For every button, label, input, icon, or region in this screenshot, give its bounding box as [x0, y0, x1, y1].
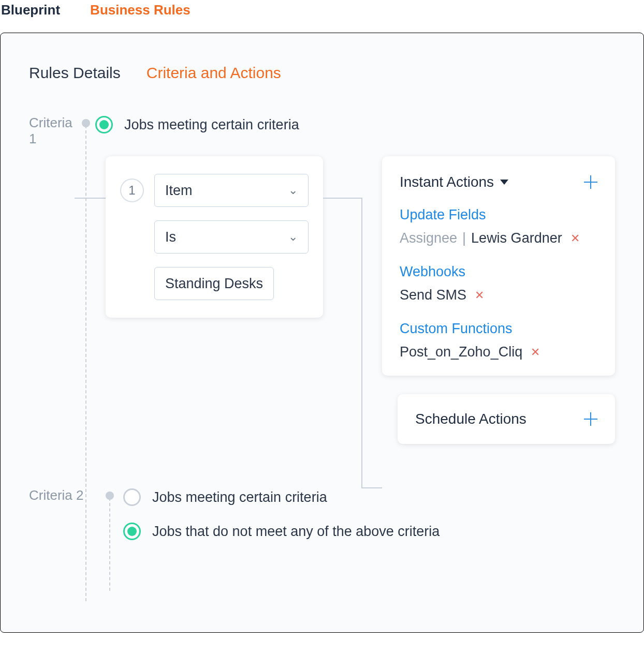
- criteria-2-option-1[interactable]: Jobs meeting certain criteria: [123, 486, 615, 508]
- rules-panel: Rules Details Criteria and Actions Crite…: [0, 33, 644, 633]
- instant-actions-toggle[interactable]: Instant Actions: [400, 174, 508, 190]
- tab-criteria-and-actions[interactable]: Criteria and Actions: [147, 64, 281, 82]
- custom-functions-row: Post_on_Zoho_Cliq ✕: [400, 344, 597, 360]
- instant-actions-title: Instant Actions: [400, 174, 494, 190]
- criteria-1-flow: 1 Item ⌄ Is ⌄: [75, 156, 615, 465]
- criteria-2-row: Criteria 2 Jobs meeting certain criteria…: [29, 485, 615, 552]
- update-fields-row: Assignee | Lewis Gardner ✕: [400, 230, 597, 246]
- remove-webhook-button[interactable]: ✕: [475, 289, 484, 302]
- timeline: [76, 113, 95, 127]
- schedule-actions-title: Schedule Actions: [415, 411, 526, 427]
- update-fields-label: Assignee: [400, 230, 457, 246]
- webhooks-value: Send SMS: [400, 287, 466, 303]
- chevron-down-icon: ⌄: [288, 184, 298, 197]
- top-tabs: Blueprint Business Rules: [0, 0, 644, 24]
- condition-card: 1 Item ⌄ Is ⌄: [106, 156, 323, 318]
- timeline-line: [85, 125, 86, 601]
- condition-operator-value: Is: [165, 229, 176, 245]
- webhooks-title: Webhooks: [400, 264, 597, 280]
- timeline-line-2: [109, 498, 110, 591]
- criteria-2-option-2-label: Jobs that do not meet any of the above c…: [152, 524, 440, 540]
- criteria-1-option-1[interactable]: Jobs meeting certain criteria: [95, 114, 615, 136]
- custom-functions-title: Custom Functions: [400, 321, 597, 337]
- update-fields-title: Update Fields: [400, 207, 597, 223]
- criteria-2-option-1-label: Jobs meeting certain criteria: [152, 489, 327, 505]
- instant-actions-card: Instant Actions Update Fields Assignee |…: [382, 156, 615, 376]
- update-fields-value: Lewis Gardner: [471, 230, 562, 246]
- tab-rules-details[interactable]: Rules Details: [29, 64, 121, 82]
- condition-number: 1: [120, 178, 144, 202]
- criteria-1-row: Criteria 1 Jobs meeting certain criteria…: [29, 113, 615, 465]
- custom-functions-value: Post_on_Zoho_Cliq: [400, 344, 522, 360]
- radio-selected[interactable]: [95, 116, 113, 133]
- actions-column: Instant Actions Update Fields Assignee |…: [382, 156, 615, 444]
- schedule-actions-card[interactable]: Schedule Actions: [398, 394, 615, 444]
- criteria-1-label: Criteria 1: [29, 113, 76, 147]
- condition-field-select[interactable]: Item ⌄: [154, 174, 309, 207]
- condition-field-value: Item: [165, 183, 193, 199]
- radio-unselected[interactable]: [123, 488, 141, 506]
- tab-blueprint[interactable]: Blueprint: [1, 2, 60, 18]
- chevron-down-icon: ⌄: [288, 230, 298, 244]
- add-schedule-action-button[interactable]: [584, 412, 597, 426]
- condition-value-input[interactable]: Standing Desks: [154, 267, 274, 300]
- add-instant-action-button[interactable]: [584, 175, 597, 189]
- tab-business-rules[interactable]: Business Rules: [90, 2, 191, 18]
- connector-left: [75, 198, 106, 199]
- radio-selected-2[interactable]: [123, 523, 141, 540]
- remove-update-field-button[interactable]: ✕: [570, 232, 580, 245]
- webhooks-row: Send SMS ✕: [400, 287, 597, 303]
- criteria-1-option-1-label: Jobs meeting certain criteria: [124, 117, 299, 133]
- sub-tabs: Rules Details Criteria and Actions: [29, 64, 615, 82]
- condition-value-text: Standing Desks: [165, 276, 263, 292]
- timeline-dot: [82, 119, 90, 127]
- remove-custom-function-button[interactable]: ✕: [531, 346, 540, 359]
- condition-operator-select[interactable]: Is ⌄: [154, 220, 309, 254]
- criteria-2-option-2[interactable]: Jobs that do not meet any of the above c…: [123, 520, 615, 542]
- separator: |: [462, 230, 466, 246]
- timeline-2: [96, 485, 123, 500]
- caret-down-icon: [500, 180, 508, 185]
- timeline-dot-2: [106, 492, 114, 500]
